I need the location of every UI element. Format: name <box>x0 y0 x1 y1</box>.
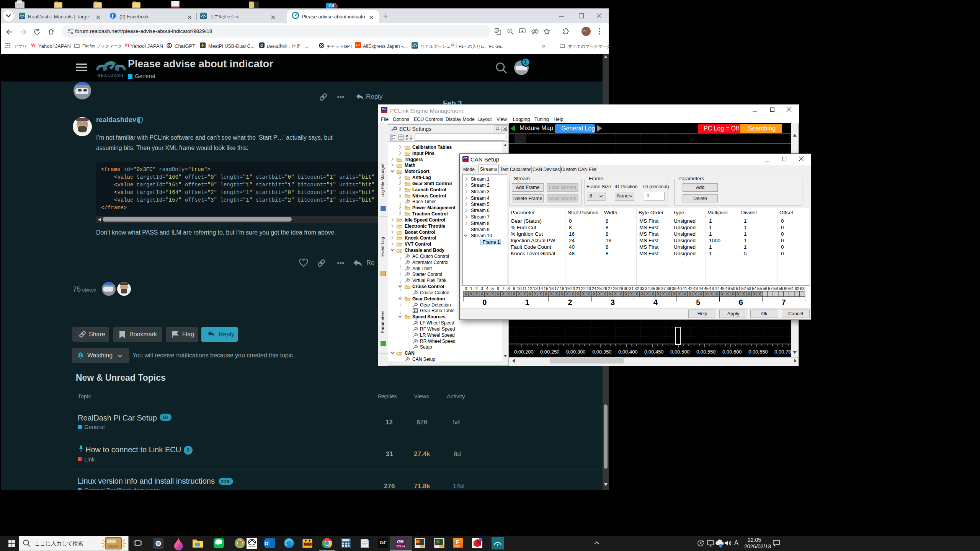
svg-text:X: X <box>491 292 494 296</box>
svg-text:X: X <box>657 292 660 296</box>
svg-text:14: 14 <box>538 286 543 291</box>
svg-text:X: X <box>555 292 558 296</box>
svg-text:X: X <box>475 292 478 296</box>
svg-text:X: X <box>705 292 707 296</box>
svg-text:44: 44 <box>699 286 703 291</box>
svg-text:X: X <box>603 292 606 296</box>
svg-text:X: X <box>518 292 521 296</box>
svg-text:63: 63 <box>800 286 805 291</box>
svg-text:X: X <box>673 292 676 296</box>
svg-text:X: X <box>502 292 505 296</box>
svg-text:21: 21 <box>576 286 580 291</box>
svg-text:X: X <box>609 292 611 296</box>
svg-text:X: X <box>513 292 515 296</box>
svg-text:20: 20 <box>570 286 575 291</box>
svg-text:9: 9 <box>513 286 515 291</box>
svg-text:56: 56 <box>763 286 767 291</box>
svg-text:22: 22 <box>581 286 586 291</box>
svg-text:X: X <box>561 292 564 296</box>
svg-text:X: X <box>497 292 499 296</box>
svg-text:X: X <box>689 292 692 296</box>
svg-text:60: 60 <box>784 286 789 291</box>
svg-text:31: 31 <box>629 286 634 291</box>
svg-text:X: X <box>593 292 595 296</box>
svg-text:X: X <box>715 292 718 296</box>
svg-text:42: 42 <box>688 286 693 291</box>
svg-text:X: X <box>710 292 713 296</box>
svg-text:61: 61 <box>789 286 794 291</box>
svg-text:A: A <box>496 29 498 33</box>
svg-text:2: 2 <box>475 286 478 291</box>
svg-text:4: 4 <box>486 286 488 291</box>
svg-text:13: 13 <box>533 286 537 291</box>
svg-text:0: 0 <box>482 298 487 306</box>
svg-text:X: X <box>684 292 686 296</box>
svg-text:47: 47 <box>715 286 719 291</box>
svg-text:X: X <box>534 292 537 296</box>
svg-text:X: X <box>582 292 585 296</box>
svg-text:X: X <box>737 292 740 296</box>
svg-text:X: X <box>480 292 483 296</box>
svg-text:19: 19 <box>565 286 570 291</box>
svg-text:X: X <box>614 292 617 296</box>
svg-text:29: 29 <box>618 286 623 291</box>
svg-text:24: 24 <box>592 286 596 291</box>
svg-text:48: 48 <box>720 286 724 291</box>
svg-text:X: X <box>598 292 601 296</box>
svg-text:X: X <box>742 292 745 296</box>
svg-text:2: 2 <box>568 298 572 306</box>
svg-text:3: 3 <box>481 286 483 291</box>
svg-text:37: 37 <box>661 286 666 291</box>
svg-text:30: 30 <box>624 286 628 291</box>
svg-text:X: X <box>753 292 756 296</box>
svg-text:36: 36 <box>656 286 660 291</box>
svg-text:50: 50 <box>730 286 735 291</box>
svg-text:X: X <box>646 292 649 296</box>
svg-text:4: 4 <box>653 298 658 306</box>
svg-text:1: 1 <box>525 298 529 306</box>
svg-text:57: 57 <box>768 286 773 291</box>
svg-text:X: X <box>641 292 644 296</box>
svg-text:39: 39 <box>672 286 676 291</box>
svg-text:5: 5 <box>492 286 494 291</box>
svg-text:6: 6 <box>497 286 499 291</box>
svg-text:X: X <box>465 292 467 296</box>
svg-text:X: X <box>566 292 569 296</box>
svg-text:35: 35 <box>650 286 655 291</box>
svg-text:59: 59 <box>779 286 783 291</box>
svg-text:10: 10 <box>517 286 521 291</box>
svg-text:X: X <box>486 292 488 296</box>
svg-text:23: 23 <box>586 286 591 291</box>
svg-text:X: X <box>572 292 574 296</box>
svg-text:46: 46 <box>709 286 714 291</box>
svg-text:12: 12 <box>528 286 532 291</box>
svg-text:X: X <box>652 292 654 296</box>
svg-text:55: 55 <box>757 286 762 291</box>
svg-text:X: X <box>732 292 734 296</box>
svg-text:33: 33 <box>640 286 644 291</box>
svg-text:38: 38 <box>666 286 671 291</box>
svg-text:7: 7 <box>502 286 505 291</box>
svg-text:X: X <box>635 292 638 296</box>
svg-text:X: X <box>726 292 729 296</box>
svg-text:58: 58 <box>773 286 778 291</box>
svg-text:26: 26 <box>603 286 607 291</box>
svg-text:1: 1 <box>470 286 472 291</box>
svg-text:X: X <box>550 292 553 296</box>
svg-text:X: X <box>545 292 547 296</box>
svg-text:49: 49 <box>725 286 730 291</box>
svg-text:18: 18 <box>560 286 564 291</box>
svg-text:32: 32 <box>634 286 639 291</box>
svg-text:11: 11 <box>523 286 527 291</box>
svg-text:3: 3 <box>611 298 615 306</box>
svg-text:54: 54 <box>752 286 756 291</box>
svg-text:52: 52 <box>741 286 746 291</box>
svg-text:28: 28 <box>613 286 617 291</box>
svg-text:25: 25 <box>597 286 602 291</box>
svg-text:45: 45 <box>704 286 709 291</box>
svg-text:X: X <box>630 292 633 296</box>
svg-text:X: X <box>721 292 724 296</box>
svg-text:X: X <box>619 292 622 296</box>
svg-text:X: X <box>625 292 627 296</box>
svg-text:X: X <box>748 292 750 296</box>
